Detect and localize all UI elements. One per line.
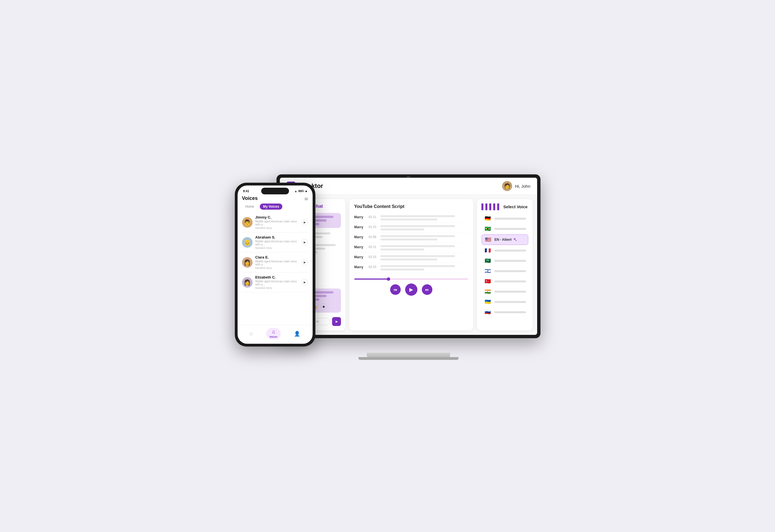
- flag-il: 🇮🇱: [484, 268, 491, 274]
- yt-line: [380, 259, 437, 260]
- nav-profile[interactable]: 👤: [294, 331, 300, 337]
- voice-info-clara: Clara E. Middle aged American male voice…: [255, 255, 299, 269]
- yt-line: [380, 225, 455, 227]
- voice-panel-title: Select Voice: [503, 204, 527, 209]
- yt-speaker: Marry: [354, 265, 365, 269]
- laptop-notch: [407, 176, 410, 178]
- voice-label-line: [494, 301, 526, 303]
- voice-label-line: [494, 280, 526, 282]
- phone-header: Voices ⚌: [238, 194, 313, 204]
- yt-lines: [380, 245, 468, 250]
- yt-time: 01:58: [369, 235, 377, 239]
- yt-line: [380, 215, 455, 217]
- tab-home[interactable]: Home: [242, 204, 258, 210]
- voice-name-elizabeth: Elizabeth C.: [255, 275, 299, 279]
- voice-item-in[interactable]: 🇮🇳: [481, 287, 528, 296]
- phone-body: 9:41 ▲ WiFi ■ Voices ⚌ Home My Voices: [235, 183, 315, 347]
- voice-label-line: [494, 260, 526, 262]
- yt-speaker: Marry: [354, 215, 365, 219]
- yt-lines: [380, 265, 468, 270]
- voice-label-line: [494, 218, 526, 220]
- voice-item-sa[interactable]: 🇸🇦: [481, 256, 528, 265]
- tab-my-voices[interactable]: My Voices: [260, 204, 283, 210]
- play-button[interactable]: ▶: [405, 283, 417, 296]
- voice-name-abraham: Abraham S.: [255, 235, 299, 239]
- reaction-star[interactable]: ★: [320, 303, 327, 310]
- progress-thumb: [387, 277, 390, 281]
- voice-item-tr[interactable]: 🇹🇷: [481, 277, 528, 286]
- voice-list-item-jimmy: 👨 Jimmy C. Middle aged American male voi…: [242, 212, 308, 232]
- nav-voices[interactable]: ♫ Voices: [266, 328, 281, 339]
- progress-fill: [354, 278, 388, 280]
- user-greeting: Hi, John: [515, 184, 530, 189]
- play-abraham-button[interactable]: ▶: [302, 239, 308, 246]
- laptop-content: AI Chat: [280, 195, 537, 335]
- voice-item-fr[interactable]: 🇫🇷: [481, 246, 528, 255]
- voice-item-ua[interactable]: 🇺🇦: [481, 297, 528, 307]
- yt-line: [380, 235, 455, 237]
- nav-home[interactable]: ⌂: [250, 331, 253, 337]
- yt-speaker: Marry: [354, 245, 365, 249]
- voice-label-en-albert: EN - Albert: [495, 238, 512, 242]
- flag-in: 🇮🇳: [484, 289, 491, 294]
- yt-line: [380, 249, 424, 250]
- voice-list-item-abraham: 👴 Abraham S. Middle aged American male v…: [242, 232, 308, 252]
- flag-sa: 🇸🇦: [484, 258, 491, 264]
- laptop-body: S Speaktor 🧑 Hi, John AI Chat: [277, 174, 540, 338]
- avatar-abraham: 👴: [242, 237, 253, 248]
- phone-nav: ⌂ ♫ Voices 👤: [238, 325, 313, 344]
- play-jimmy-button[interactable]: ▶: [302, 219, 308, 226]
- voice-tag-jimmy: Narrative Story: [255, 227, 299, 229]
- flag-ua: 🇺🇦: [484, 299, 491, 305]
- cursor-icon: ↖: [513, 237, 517, 243]
- yt-lines: [380, 255, 468, 260]
- flag-br: 🇧🇷: [484, 226, 491, 232]
- wifi-icon: WiFi: [298, 190, 304, 193]
- voice-info-abraham: Abraham S. Middle aged American male voi…: [255, 235, 299, 249]
- yt-time: 02:23: [369, 265, 377, 268]
- scene: S Speaktor 🧑 Hi, John AI Chat: [235, 166, 540, 366]
- voice-item-il[interactable]: 🇮🇱: [481, 266, 528, 276]
- voice-item-de[interactable]: 🇩🇪: [481, 214, 528, 223]
- voice-item-ru[interactable]: 🇷🇺: [481, 307, 528, 317]
- voice-desc-abraham: Middle aged American male voice with a..…: [255, 240, 299, 246]
- yt-line: [380, 219, 437, 220]
- phone-notch: [261, 188, 289, 194]
- phone-status-icons: ▲ WiFi ■: [295, 190, 307, 193]
- yt-panel: YouTube Content Script Marry 01:11 Marry: [349, 199, 473, 330]
- phone-time: 9:41: [243, 189, 249, 193]
- progress-bar[interactable]: [354, 278, 468, 280]
- voice-label-line: [494, 311, 526, 313]
- voice-info-elizabeth: Elizabeth C. Middle aged American male v…: [255, 275, 299, 289]
- yt-lines: [380, 225, 468, 230]
- phone-header-title: Voices: [242, 195, 258, 201]
- yt-item-3: Marry 01:58: [354, 233, 468, 243]
- voice-list: 👨 Jimmy C. Middle aged American male voi…: [238, 212, 313, 325]
- yt-speaker: Marry: [354, 225, 365, 229]
- yt-line: [380, 245, 455, 247]
- filter-icon[interactable]: ⚌: [304, 196, 308, 201]
- home-icon: ⌂: [250, 331, 253, 337]
- yt-speaker: Marry: [354, 255, 365, 259]
- laptop-screen: S Speaktor 🧑 Hi, John AI Chat: [280, 178, 537, 335]
- play-clara-button[interactable]: ▶: [302, 259, 308, 266]
- yt-lines: [380, 215, 468, 220]
- voice-item-br[interactable]: 🇧🇷: [481, 224, 528, 234]
- yt-item-1: Marry 01:11: [354, 213, 468, 223]
- play-elizabeth-button[interactable]: ▶: [302, 279, 308, 286]
- yt-lines: [380, 235, 468, 240]
- avatar-jimmy: 👨: [242, 217, 253, 228]
- phone: 9:41 ▲ WiFi ■ Voices ⚌ Home My Voices: [235, 183, 315, 347]
- yt-line: [380, 265, 455, 267]
- voice-tag-abraham: Narrative Story: [255, 247, 299, 249]
- voice-item-us[interactable]: 🇺🇸 EN - Albert ↖: [481, 234, 528, 245]
- voice-label-line: [494, 250, 526, 252]
- voice-desc-jimmy: Middle aged American male voice with a..…: [255, 220, 299, 226]
- yt-line: [380, 268, 424, 270]
- skip-forward-button[interactable]: ⏭: [422, 284, 432, 295]
- yt-item-4: Marry 02:11: [354, 243, 468, 253]
- skip-back-button[interactable]: ⏮: [390, 284, 401, 295]
- yt-line: [380, 255, 455, 257]
- send-button[interactable]: ➤: [332, 317, 341, 326]
- voice-tag-clara: Narrative Story: [255, 267, 299, 269]
